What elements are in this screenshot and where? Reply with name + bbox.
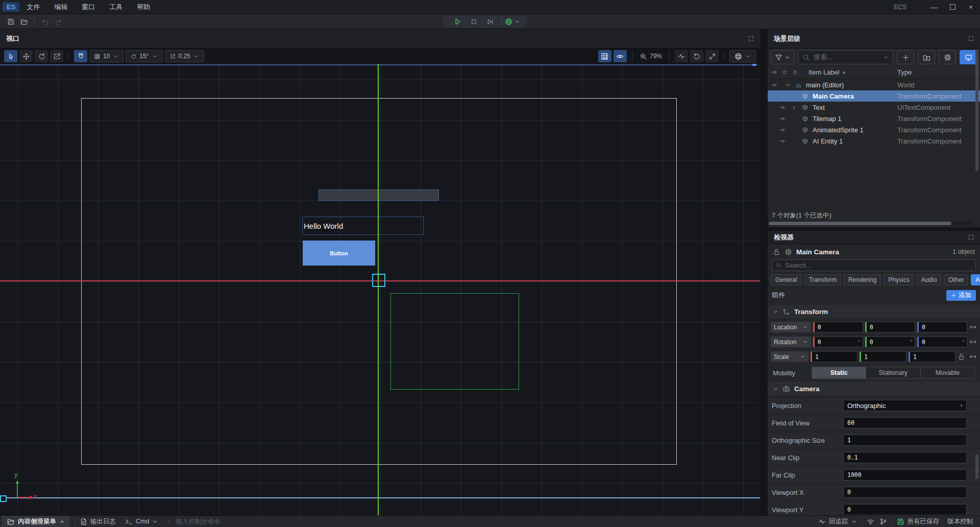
tree-row-text[interactable]: Text UITextComponent <box>768 102 980 113</box>
console-command-input[interactable]: 输入控制台命令 <box>167 517 220 526</box>
menu-edit[interactable]: 编辑 <box>47 3 75 12</box>
snap-toggle-button[interactable] <box>74 50 87 62</box>
menu-tools[interactable]: 工具 <box>102 3 130 12</box>
transform-section-header[interactable]: Transform <box>768 305 980 318</box>
tree-row-main-camera[interactable]: Main Camera TransformComponent <box>768 90 980 102</box>
projection-dropdown[interactable]: Orthographic▾ <box>843 400 967 411</box>
undo-button[interactable] <box>38 15 52 28</box>
mobility-movable[interactable]: Movable <box>921 367 974 378</box>
redo-button[interactable] <box>52 15 65 28</box>
eye-icon[interactable] <box>772 69 777 75</box>
visibility-eye-icon[interactable] <box>780 127 786 133</box>
minimize-button[interactable]: — <box>925 0 943 14</box>
location-y-field[interactable]: 0 <box>865 322 915 332</box>
expand-panel-icon[interactable] <box>748 36 754 41</box>
location-dropdown[interactable]: Location <box>771 322 811 332</box>
add-entity-button[interactable] <box>897 50 914 64</box>
visibility-eye-icon[interactable] <box>780 105 786 110</box>
tree-row-ai-entity[interactable]: AI Entity 1 TransformComponent <box>768 135 980 147</box>
camera-section-header[interactable]: Camera <box>768 382 980 395</box>
inspector-search-input[interactable]: Search... <box>772 259 976 271</box>
scrollbar-thumb[interactable] <box>769 222 951 225</box>
tab-physics[interactable]: Physics <box>884 274 914 285</box>
save-button[interactable] <box>4 15 17 28</box>
source-control-button[interactable] <box>879 518 887 525</box>
grid-snap-dropdown[interactable]: 10 <box>89 50 124 62</box>
add-folder-button[interactable] <box>918 50 935 64</box>
hierarchy-horizontal-scrollbar[interactable] <box>768 221 974 226</box>
column-type[interactable]: Type <box>897 68 912 76</box>
menu-help[interactable]: 帮助 <box>130 3 157 12</box>
mobility-stationary[interactable]: Stationary <box>866 367 920 378</box>
open-project-button[interactable] <box>17 15 31 28</box>
version-control-button[interactable]: 版本控制 <box>947 517 973 526</box>
network-status-button[interactable] <box>867 518 874 525</box>
run-target-dropdown[interactable] <box>505 18 520 26</box>
visibility-eye-icon[interactable] <box>780 138 786 144</box>
select-tool-button[interactable] <box>4 50 17 62</box>
cmd-dropdown[interactable]: Cmd <box>125 518 158 525</box>
viewport-x-field[interactable]: 0 <box>843 487 967 498</box>
traceback-dropdown[interactable]: 回追踪 <box>818 517 857 526</box>
visibility-eye-icon[interactable] <box>780 93 786 99</box>
close-button[interactable]: × <box>962 0 980 14</box>
hierarchy-search-input[interactable]: 搜索... <box>798 50 893 64</box>
tab-audio[interactable]: Audio <box>917 274 942 285</box>
lock-open-icon[interactable] <box>773 248 780 256</box>
save-status[interactable]: 所有已保存 <box>897 517 940 526</box>
inspector-vertical-scrollbar[interactable] <box>975 454 978 479</box>
rotation-z-field[interactable]: 0° <box>917 337 967 347</box>
guide-handle[interactable] <box>752 64 756 66</box>
move-tool-button[interactable] <box>19 50 33 62</box>
orthographic-size-field[interactable]: 1 <box>843 435 967 446</box>
panel-sprite-object[interactable] <box>318 189 439 201</box>
tab-general[interactable]: General <box>771 274 802 285</box>
scale-z-field[interactable]: 1 <box>909 351 955 362</box>
scene-canvas[interactable]: Hello World Button y x <box>0 64 760 516</box>
tree-row-animatedsprite[interactable]: AnimatedSprite 1 TransformComponent <box>768 124 980 135</box>
play-button[interactable] <box>449 16 465 28</box>
rotation-dropdown[interactable]: Rotation <box>771 337 811 347</box>
button-object[interactable]: Button <box>303 241 375 266</box>
chevron-down-icon[interactable] <box>785 82 791 88</box>
location-x-field[interactable]: 0 <box>813 322 863 332</box>
tilemap-region-rect[interactable] <box>390 293 519 390</box>
reset-arrows-icon[interactable] <box>969 323 977 331</box>
app-logo[interactable]: ES <box>3 2 19 12</box>
expand-panel-icon[interactable] <box>968 36 974 41</box>
stop-button[interactable] <box>465 16 482 28</box>
tab-rendering[interactable]: Rendering <box>844 274 881 285</box>
rotation-x-field[interactable]: 0° <box>813 337 863 347</box>
scale-x-field[interactable]: 1 <box>811 351 857 362</box>
guide-handle[interactable] <box>0 495 7 502</box>
text-object[interactable]: Hello World <box>302 217 424 235</box>
lock-open-icon[interactable] <box>958 353 965 361</box>
field-of-view-field[interactable]: 60 <box>843 417 967 428</box>
filter-button[interactable] <box>771 50 794 64</box>
tree-row-main[interactable]: main (Editor) World <box>768 79 980 90</box>
grid-toggle-button[interactable] <box>598 50 611 62</box>
step-button[interactable] <box>482 16 498 28</box>
output-log-button[interactable]: 输出日志 <box>80 517 116 526</box>
tab-transform[interactable]: Transform <box>804 274 841 285</box>
maximize-button[interactable] <box>943 0 962 14</box>
view-mode-dropdown[interactable] <box>729 50 756 62</box>
scale-y-field[interactable]: 1 <box>860 351 906 362</box>
visibility-eye-icon[interactable] <box>780 116 786 122</box>
hierarchy-vertical-scrollbar[interactable] <box>975 50 978 171</box>
near-clip-field[interactable]: 0.1 <box>843 452 967 463</box>
stats-button[interactable] <box>675 50 688 62</box>
add-component-button[interactable]: 添加 <box>946 290 976 301</box>
star-icon[interactable] <box>782 69 788 75</box>
reset-view-button[interactable] <box>690 50 703 62</box>
zoom-control[interactable]: 79% <box>638 53 664 60</box>
scale-dropdown[interactable]: Scale <box>771 351 808 362</box>
reset-arrows-icon[interactable] <box>969 338 977 346</box>
far-clip-field[interactable]: 1000 <box>843 469 967 481</box>
rotate-snap-dropdown[interactable]: 15° <box>126 50 162 62</box>
fit-view-button[interactable] <box>705 50 719 62</box>
rotation-y-field[interactable]: 0° <box>865 337 915 347</box>
tab-all[interactable]: All <box>971 274 980 285</box>
menu-window[interactable]: 窗口 <box>75 3 102 12</box>
visibility-eye-icon[interactable] <box>772 82 777 88</box>
